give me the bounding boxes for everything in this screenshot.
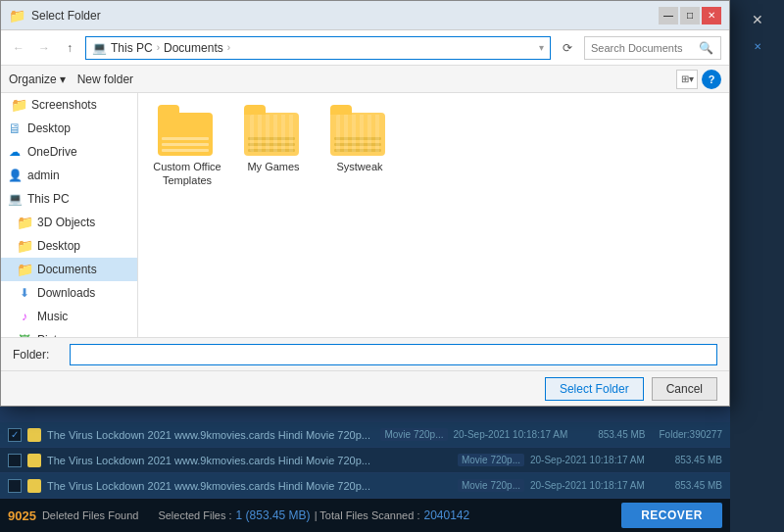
organize-label: Organize <box>9 73 57 86</box>
dialog-maximize-button[interactable]: □ <box>680 7 700 24</box>
sidebar: 📁 Screenshots 🖥 Desktop ☁ OneDrive 👤 adm… <box>1 93 138 337</box>
sidebar-item-3d-objects[interactable]: 📁 3D Objects <box>1 211 137 234</box>
dialog-title-area: 📁 Select Folder <box>9 8 101 24</box>
sidebar-label-screenshots: Screenshots <box>31 98 97 112</box>
file-date-2: 20-Sep-2021 10:18:17 AM <box>530 455 648 465</box>
dialog-close-button[interactable]: ✕ <box>702 7 721 24</box>
table-row[interactable]: The Virus Lockdown 2021 www.9kmovies.car… <box>0 473 730 499</box>
file-tag-2: Movie 720p... <box>458 454 524 466</box>
folder-label-systweak: Systweak <box>336 160 382 173</box>
selected-files-label: Selected Files : <box>158 509 231 521</box>
help-button[interactable]: ? <box>702 70 721 89</box>
documents-icon: 📁 <box>17 262 32 277</box>
forward-button[interactable]: → <box>34 38 54 58</box>
folder-path-input[interactable] <box>70 344 717 365</box>
file-tag-3: Movie 720p... <box>458 479 524 492</box>
select-folder-button[interactable]: Select Folder <box>545 377 644 401</box>
right-close-x[interactable]: ✕ <box>743 10 772 29</box>
select-folder-dialog: 📁 Select Folder — □ ✕ ← → ↑ 💻 This PC › … <box>0 0 730 407</box>
file-icon-2 <box>27 454 41 467</box>
folder-item-my-games[interactable]: My Games <box>234 103 313 192</box>
pc-icon: 💻 <box>7 191 23 207</box>
dialog-actions: Select Folder Cancel <box>1 370 729 406</box>
sidebar-item-onedrive[interactable]: ☁ OneDrive <box>1 140 137 164</box>
downloads-icon: ⬇ <box>17 285 32 301</box>
file-icon-3 <box>27 479 41 493</box>
bottom-bar: The Virus Lockdown 2021 www.9kmovies.car… <box>0 422 730 532</box>
folder-item-custom-office[interactable]: Custom Office Templates <box>148 103 226 192</box>
table-row[interactable]: The Virus Lockdown 2021 www.9kmovies.car… <box>0 448 730 473</box>
file-extra-1: Folder:390277 <box>660 429 723 440</box>
file-name-2: The Virus Lockdown 2021 www.9kmovies.car… <box>47 455 452 466</box>
deleted-count: 9025 <box>8 508 36 523</box>
file-name-1: The Virus Lockdown 2021 www.9kmovies.car… <box>47 429 374 441</box>
folder-input-bar: Folder: <box>1 337 729 370</box>
sidebar-item-music[interactable]: ♪ Music <box>1 305 137 328</box>
cancel-button[interactable]: Cancel <box>652 377 717 401</box>
folder-icon-custom-office <box>158 107 217 156</box>
recover-button[interactable]: RECOVER <box>621 503 722 528</box>
folder-label-my-games: My Games <box>247 160 299 173</box>
sidebar-item-screenshots[interactable]: 📁 Screenshots <box>1 93 137 117</box>
dialog-body: 📁 Screenshots 🖥 Desktop ☁ OneDrive 👤 adm… <box>1 93 729 337</box>
file-size-2: 853.45 MB <box>654 455 722 465</box>
row-checkbox-1[interactable] <box>8 428 22 442</box>
sidebar-label-onedrive: OneDrive <box>27 145 77 159</box>
sidebar-item-desktop[interactable]: 🖥 Desktop <box>1 117 137 140</box>
up-button[interactable]: ↑ <box>60 38 79 58</box>
right-panel-label: ✕ <box>754 41 761 52</box>
folder-icon-my-games <box>244 107 303 156</box>
folder-input-label: Folder: <box>13 348 62 362</box>
dialog-title-icon: 📁 <box>9 8 25 24</box>
sidebar-item-this-pc[interactable]: 💻 This PC <box>1 187 137 211</box>
view-button[interactable]: ⊞ ▾ <box>676 70 698 89</box>
row-checkbox-3[interactable] <box>8 479 22 493</box>
address-bar: ← → ↑ 💻 This PC › Documents › ▾ ⟳ 🔍 <box>1 30 729 66</box>
sidebar-label-3d-objects: 3D Objects <box>37 216 95 229</box>
dialog-titlebar: 📁 Select Folder — □ ✕ <box>1 1 729 30</box>
selected-files-value: 1 (853.45 MB) <box>236 508 311 522</box>
refresh-button[interactable]: ⟳ <box>557 37 578 59</box>
sidebar-item-admin[interactable]: 👤 admin <box>1 164 137 187</box>
new-folder-label: New folder <box>77 73 133 86</box>
dialog-title-text: Select Folder <box>31 9 101 23</box>
folder-item-systweak[interactable]: Systweak <box>320 103 399 192</box>
new-folder-button[interactable]: New folder <box>77 73 133 86</box>
file-name-3: The Virus Lockdown 2021 www.9kmovies.car… <box>47 480 452 492</box>
sidebar-label-downloads: Downloads <box>37 286 95 300</box>
deleted-label: Deleted Files Found <box>42 509 138 521</box>
user-icon: 👤 <box>7 168 23 183</box>
sidebar-label-admin: admin <box>27 169 60 182</box>
sidebar-item-desktop2[interactable]: 📁 Desktop <box>1 234 137 258</box>
sidebar-label-music: Music <box>37 310 68 323</box>
folder-icon-systweak <box>330 107 389 156</box>
dialog-window-controls: — □ ✕ <box>659 7 721 24</box>
toolbar: Organize ▾ New folder ⊞ ▾ ? <box>1 66 729 93</box>
search-input[interactable] <box>591 42 699 54</box>
3d-icon: 📁 <box>17 215 32 230</box>
dialog-minimize-button[interactable]: — <box>659 7 678 24</box>
address-path-bar[interactable]: 💻 This PC › Documents › ▾ <box>85 36 551 60</box>
sidebar-item-pictures[interactable]: 🖼 Pictures <box>1 328 137 337</box>
sidebar-label-desktop: Desktop <box>27 121 71 135</box>
file-date-1: 20-Sep-2021 10:18:17 AM <box>454 429 571 440</box>
onedrive-icon: ☁ <box>7 144 23 160</box>
path-dropdown-icon[interactable]: ▾ <box>539 42 544 53</box>
path-documents: Documents <box>164 41 223 55</box>
right-panel: ✕ ✕ <box>730 0 784 532</box>
file-size-1: 853.45 MB <box>577 429 646 440</box>
scanned-label: | Total Files Scanned : <box>315 509 420 521</box>
sidebar-item-documents[interactable]: 📁 Documents <box>1 258 137 281</box>
sidebar-item-downloads[interactable]: ⬇ Downloads <box>1 281 137 305</box>
back-button[interactable]: ← <box>9 38 28 58</box>
row-checkbox-2[interactable] <box>8 454 22 467</box>
desktop-icon: 🖥 <box>7 121 23 136</box>
table-row[interactable]: The Virus Lockdown 2021 www.9kmovies.car… <box>0 422 730 448</box>
folder-area: Custom Office Templates My Games <box>138 93 729 337</box>
scanned-value: 2040142 <box>423 508 469 522</box>
file-size-3: 853.45 MB <box>654 480 722 491</box>
path-arrow-1: › <box>157 42 160 53</box>
view-arrow: ▾ <box>689 73 694 84</box>
organize-menu[interactable]: Organize ▾ <box>9 73 66 86</box>
path-this-pc: This PC <box>111 41 153 55</box>
